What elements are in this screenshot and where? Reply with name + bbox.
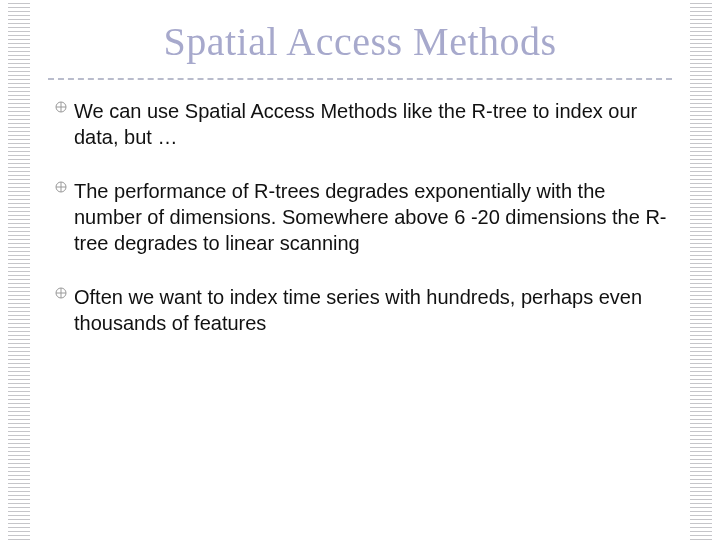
bullet-icon: [48, 287, 74, 299]
bullet-icon: [48, 181, 74, 193]
list-item-text: Often we want to index time series with …: [74, 284, 668, 336]
decorative-stripe-left: [8, 0, 30, 540]
list-item-text: The performance of R-trees degrades expo…: [74, 178, 668, 256]
list-item: The performance of R-trees degrades expo…: [48, 178, 668, 256]
title-divider: [48, 78, 672, 80]
list-item: We can use Spatial Access Methods like t…: [48, 98, 668, 150]
slide-body: We can use Spatial Access Methods like t…: [48, 98, 668, 364]
slide-title: Spatial Access Methods: [0, 18, 720, 65]
decorative-stripe-right: [690, 0, 712, 540]
list-item-text: We can use Spatial Access Methods like t…: [74, 98, 668, 150]
list-item: Often we want to index time series with …: [48, 284, 668, 336]
bullet-icon: [48, 101, 74, 113]
